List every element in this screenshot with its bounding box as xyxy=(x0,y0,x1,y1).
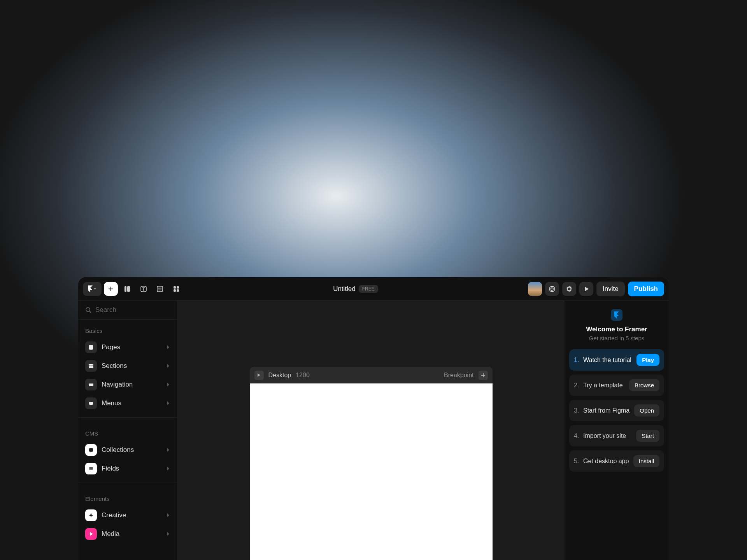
plus-icon xyxy=(481,373,485,377)
plan-badge: FREE xyxy=(359,285,378,293)
framer-logo-badge xyxy=(611,309,622,321)
sidebar-item-pages[interactable]: Pages xyxy=(78,338,177,357)
sidebar-item-label: Menus xyxy=(102,399,121,407)
invite-button[interactable]: Invite xyxy=(596,282,625,296)
welcome-title: Welcome to Framer xyxy=(586,326,647,333)
step-try-template[interactable]: 2. Try a template Browse xyxy=(569,374,664,396)
main-menu-button[interactable] xyxy=(83,282,102,296)
svg-rect-6 xyxy=(174,289,176,292)
menus-icon xyxy=(85,397,97,409)
media-icon xyxy=(85,528,97,540)
sidebar-item-media[interactable]: Media xyxy=(78,525,177,543)
divider xyxy=(78,483,177,483)
layout-tool-button[interactable] xyxy=(120,282,134,296)
preview-button[interactable] xyxy=(579,282,593,296)
fields-icon xyxy=(85,463,97,474)
sidebar-item-collections[interactable]: Collections xyxy=(78,441,177,459)
step-label: Try a template xyxy=(583,382,626,389)
step-action-button[interactable]: Start xyxy=(636,430,659,442)
step-import-site[interactable]: 4. Import your site Start xyxy=(569,425,664,446)
play-icon xyxy=(584,286,589,292)
chevron-right-icon xyxy=(167,448,170,452)
step-action-button[interactable]: Install xyxy=(633,455,659,467)
toolbar-center: Untitled FREE xyxy=(183,285,528,293)
svg-rect-16 xyxy=(89,402,93,405)
chevron-right-icon xyxy=(167,401,170,406)
step-desktop-app[interactable]: 5. Get desktop app Install xyxy=(569,450,664,472)
svg-point-9 xyxy=(568,288,570,289)
chevron-right-icon xyxy=(167,513,170,518)
step-number: 4. xyxy=(574,432,580,439)
creative-icon xyxy=(85,509,97,521)
svg-rect-12 xyxy=(89,364,93,366)
canvas-preview-chip[interactable] xyxy=(254,371,264,380)
sidebar-item-creative[interactable]: Creative xyxy=(78,506,177,525)
sidebar-item-label: Creative xyxy=(102,511,126,519)
step-action-button[interactable]: Browse xyxy=(629,379,659,391)
breakpoint-label: Breakpoint xyxy=(444,372,474,379)
text-icon xyxy=(140,285,147,292)
list-icon xyxy=(156,285,163,292)
sidebar-item-fields[interactable]: Fields xyxy=(78,459,177,478)
step-number: 1. xyxy=(574,357,580,364)
text-tool-button[interactable] xyxy=(137,282,151,296)
plus-icon xyxy=(108,286,114,292)
svg-rect-1 xyxy=(127,286,130,292)
step-start-figma[interactable]: 3. Start from Figma Open xyxy=(569,400,664,421)
toolbar-left xyxy=(83,282,183,296)
insert-button[interactable] xyxy=(104,282,118,296)
section-cms-header: CMS xyxy=(78,422,177,441)
welcome-subtitle: Get started in 5 steps xyxy=(589,335,645,341)
sidebar-item-label: Fields xyxy=(102,465,119,472)
project-title[interactable]: Untitled xyxy=(333,285,356,293)
app-body: Search Basics Pages Sections Navigation … xyxy=(78,301,669,560)
section-elements-header: Elements xyxy=(78,488,177,506)
app-window: Untitled FREE Invite Publish Search xyxy=(78,277,669,560)
svg-rect-7 xyxy=(177,289,179,292)
play-icon xyxy=(257,373,261,377)
grid-icon xyxy=(173,285,180,292)
sidebar-item-sections[interactable]: Sections xyxy=(78,357,177,375)
user-avatar[interactable] xyxy=(528,282,542,296)
framer-logo-icon xyxy=(614,312,619,318)
breakpoint-bar: Desktop 1200 Breakpoint xyxy=(250,367,493,383)
sections-icon xyxy=(85,360,97,372)
step-action-button[interactable]: Open xyxy=(634,404,659,416)
search-placeholder: Search xyxy=(95,306,116,314)
canvas-width: 1200 xyxy=(296,372,310,379)
add-breakpoint-button[interactable] xyxy=(479,371,488,380)
svg-rect-15 xyxy=(89,383,93,384)
insert-sidebar: Search Basics Pages Sections Navigation … xyxy=(78,301,177,560)
step-number: 5. xyxy=(574,458,580,465)
settings-button[interactable] xyxy=(562,282,576,296)
step-action-button[interactable]: Play xyxy=(637,354,659,366)
step-watch-tutorial[interactable]: 1. Watch the tutorial Play xyxy=(569,349,664,371)
layout-icon xyxy=(124,285,131,292)
sidebar-item-label: Pages xyxy=(102,343,120,351)
actions-tool-button[interactable] xyxy=(169,282,183,296)
chevron-right-icon xyxy=(167,345,170,350)
svg-rect-13 xyxy=(89,366,93,368)
canvas-area[interactable]: Desktop 1200 Breakpoint xyxy=(177,301,565,560)
sidebar-item-menus[interactable]: Menus xyxy=(78,394,177,413)
search-input[interactable]: Search xyxy=(78,301,177,320)
step-number: 2. xyxy=(574,382,580,389)
sidebar-item-label: Navigation xyxy=(102,381,133,388)
step-label: Watch the tutorial xyxy=(583,357,633,364)
page-canvas[interactable] xyxy=(250,383,493,560)
publish-button[interactable]: Publish xyxy=(628,282,664,296)
device-label[interactable]: Desktop xyxy=(268,372,291,379)
chevron-right-icon xyxy=(167,532,170,536)
gear-icon xyxy=(566,285,573,292)
pages-icon xyxy=(85,341,97,353)
welcome-panel: Welcome to Framer Get started in 5 steps… xyxy=(565,301,669,560)
toolbar-right: Invite Publish xyxy=(528,282,664,296)
cms-tool-button[interactable] xyxy=(153,282,167,296)
sidebar-item-navigation[interactable]: Navigation xyxy=(78,375,177,394)
sidebar-item-label: Collections xyxy=(102,446,134,454)
chevron-right-icon xyxy=(167,466,170,471)
globe-button[interactable] xyxy=(545,282,559,296)
chevron-right-icon xyxy=(167,382,170,387)
svg-rect-5 xyxy=(177,286,179,289)
framer-logo-icon xyxy=(88,285,93,292)
